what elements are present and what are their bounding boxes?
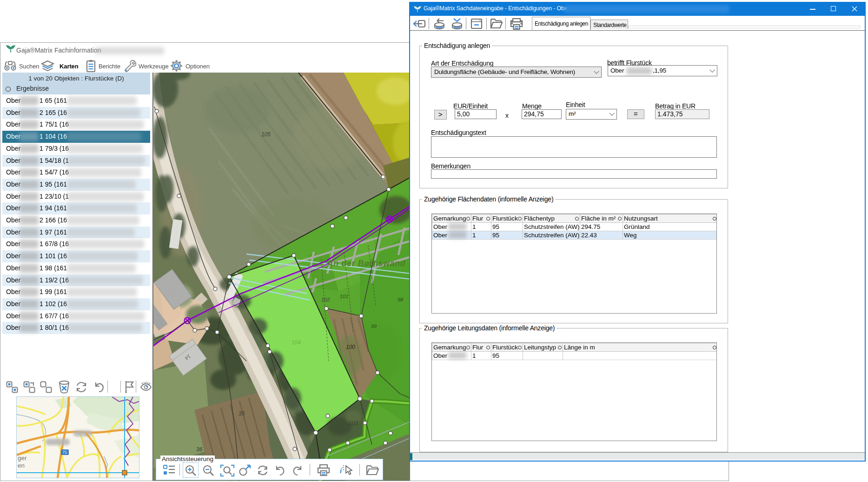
- svg-text:101: 101: [340, 294, 348, 299]
- svg-text:en: en: [18, 462, 25, 469]
- svg-text:ger: ger: [18, 455, 27, 462]
- svg-text:71: 71: [63, 450, 67, 455]
- svg-text:100: 100: [346, 344, 355, 350]
- svg-text:102: 102: [321, 297, 330, 302]
- svg-text:i: i: [340, 467, 342, 475]
- svg-text:35: 35: [239, 410, 245, 417]
- svg-text:99: 99: [371, 323, 377, 329]
- svg-text:An der Bornswand: An der Bornswand: [327, 259, 405, 268]
- svg-text:105: 105: [261, 131, 271, 138]
- svg-text:36: 36: [196, 446, 203, 453]
- svg-text:98: 98: [398, 297, 404, 302]
- svg-text:104: 104: [292, 339, 301, 346]
- svg-text:103: 103: [349, 420, 358, 427]
